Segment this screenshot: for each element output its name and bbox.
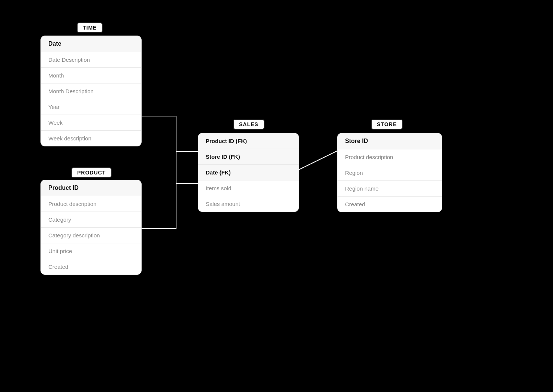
product-row-category: Category (41, 212, 141, 228)
product-row-cat-desc: Category description (41, 228, 141, 243)
store-table: Store ID Product description Region Regi… (337, 133, 442, 212)
time-table-label: TIME (77, 22, 103, 33)
sales-table: Product ID (FK) Store ID (FK) Date (FK) … (198, 133, 299, 212)
time-row-week: Week (41, 115, 141, 131)
sales-row-store-id: Store ID (FK) (198, 149, 299, 165)
product-table: Product ID Product description Category … (40, 180, 142, 275)
sales-row-sales-amount: Sales amount (198, 196, 299, 212)
time-row-date-desc: Date Description (41, 52, 141, 68)
sales-row-product-id: Product ID (FK) (198, 133, 299, 149)
product-row-id: Product ID (41, 180, 141, 196)
time-table: Date Date Description Month Month Descri… (40, 36, 142, 146)
store-row-product-desc: Product description (338, 149, 442, 165)
sales-row-date: Date (FK) (198, 165, 299, 180)
sales-table-label: SALES (233, 119, 265, 130)
time-row-month: Month (41, 68, 141, 83)
time-row-year: Year (41, 99, 141, 115)
store-row-id: Store ID (338, 133, 442, 149)
store-row-region: Region (338, 165, 442, 181)
sales-row-items-sold: Items sold (198, 180, 299, 196)
product-row-unit-price: Unit price (41, 243, 141, 259)
time-row-date: Date (41, 36, 141, 52)
product-table-label: PRODUCT (71, 167, 112, 178)
time-row-week-desc: Week description (41, 131, 141, 146)
store-table-label: STORE (371, 119, 403, 130)
product-row-created: Created (41, 259, 141, 274)
diagram-container: TIME Date Date Description Month Month D… (0, 0, 553, 392)
product-row-desc: Product description (41, 196, 141, 212)
store-row-created: Created (338, 197, 442, 212)
store-row-region-name: Region name (338, 181, 442, 197)
time-row-month-desc: Month Description (41, 83, 141, 99)
